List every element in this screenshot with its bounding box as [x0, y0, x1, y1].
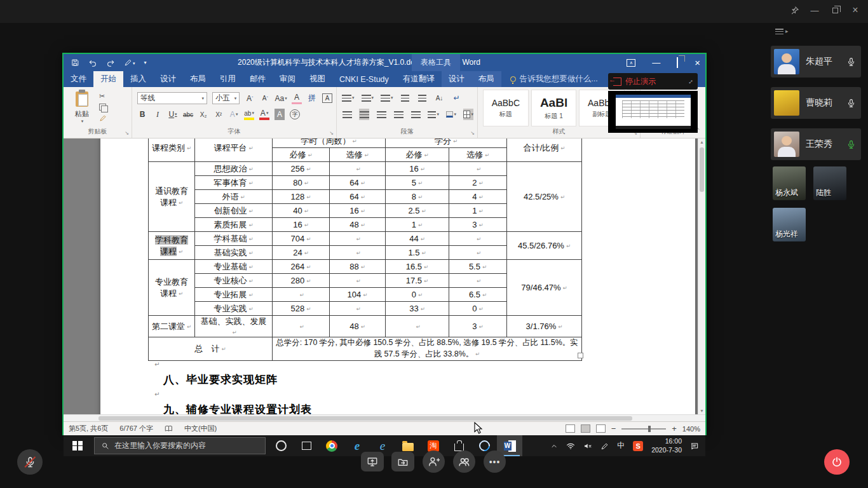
end-meeting-button[interactable] — [824, 449, 850, 475]
table-cell[interactable]: 2.5↵ — [386, 204, 449, 218]
restore-icon[interactable] — [830, 5, 840, 15]
page-indicator[interactable]: 第5页, 共6页 — [69, 424, 108, 433]
increase-indent-icon[interactable] — [417, 92, 428, 104]
bullets-icon[interactable]: ▾ — [342, 92, 355, 104]
ime-indicator[interactable]: 中 — [617, 440, 625, 451]
mic-icon[interactable] — [846, 139, 856, 150]
share-preview-thumbnail[interactable] — [608, 91, 698, 133]
table-cell[interactable]: 264↵ — [273, 260, 330, 274]
table-cell[interactable]: ↵ — [273, 288, 330, 302]
table-cell[interactable]: 33↵ — [386, 302, 449, 316]
table-cell[interactable]: 64↵ — [330, 176, 386, 190]
ribbon-tab-7[interactable]: 审阅 — [273, 71, 302, 87]
table-cell[interactable]: 专业基础↵ — [195, 260, 273, 274]
numbering-icon[interactable]: ▾ — [362, 92, 374, 104]
table-cell[interactable]: 3/1.76%↵ — [507, 316, 582, 337]
format-painter-icon[interactable] — [99, 114, 107, 122]
table-cell[interactable]: 总 计↵ — [149, 337, 273, 361]
ribbon-tab-4[interactable]: 布局 — [183, 71, 213, 87]
table-cell[interactable]: 3↵ — [449, 218, 507, 232]
network-icon[interactable] — [566, 441, 575, 451]
table-cell[interactable]: 1↵ — [386, 218, 449, 232]
meeting-titlebar[interactable] — [0, 0, 868, 23]
document-canvas[interactable]: 课程类别↵课程平台↵学时（周数）↵学分↵合计/比例↵必修↵选修↵必修↵选修↵通识… — [64, 139, 698, 414]
copy-icon[interactable] — [99, 104, 106, 111]
align-left-icon[interactable] — [342, 109, 352, 120]
ribbon-tab-9[interactable]: CNKI E-Study — [332, 71, 396, 87]
horizontal-scrollbar[interactable] — [64, 414, 705, 421]
justify-icon[interactable] — [393, 109, 403, 120]
ribbon-tab-0[interactable]: 文件 — [64, 71, 93, 87]
table-cell[interactable]: 48↵ — [330, 316, 386, 337]
table-resize-handle[interactable] — [578, 353, 583, 358]
shading-icon[interactable]: ▾ — [446, 109, 456, 120]
superscript-button[interactable]: X² — [214, 109, 224, 120]
language-indicator[interactable]: 中文(中国) — [184, 424, 217, 433]
table-cell[interactable]: 16↵ — [386, 162, 449, 176]
borders-icon[interactable]: ▾ — [463, 109, 473, 120]
undo-icon[interactable] — [88, 58, 97, 67]
vertical-scrollbar[interactable]: ▲ ▼ — [698, 139, 705, 414]
align-center-icon[interactable] — [359, 109, 369, 120]
font-size-combo[interactable]: 小五▾ — [212, 92, 240, 104]
vertical-scrollbar-thumb[interactable] — [700, 147, 704, 192]
table-cell[interactable]: 课程类别↵ — [149, 139, 195, 162]
table-cell[interactable]: 16↵ — [330, 204, 386, 218]
table-cell[interactable]: 通识教育课程↵ — [149, 162, 195, 232]
table-cell[interactable]: 40↵ — [273, 204, 330, 218]
pen-settings-icon[interactable] — [600, 441, 609, 450]
table-cell[interactable]: 0↵ — [386, 288, 449, 302]
ribbon-tab-3[interactable]: 设计 — [153, 71, 183, 87]
document-heading-1[interactable]: 九、辅修专业课程设置计划表 — [163, 402, 695, 414]
table-cell[interactable]: 6.5↵ — [449, 288, 507, 302]
pin-icon[interactable] — [789, 5, 799, 15]
ribbon-display-options-icon[interactable]: ∧ — [627, 59, 635, 67]
table-cell[interactable]: 5.5↵ — [449, 260, 507, 274]
table-cell[interactable]: 选修↵ — [330, 148, 386, 162]
invite-button[interactable] — [423, 451, 445, 473]
table-cell[interactable]: 思想政治↵ — [195, 162, 273, 176]
table-cell[interactable]: ↵ — [386, 316, 449, 337]
ribbon-tab-8[interactable]: 视图 — [302, 71, 332, 87]
qat-customize-icon[interactable]: ▾ — [144, 60, 147, 65]
chrome-icon[interactable] — [319, 435, 344, 456]
distribute-icon[interactable] — [410, 109, 421, 120]
table-cell[interactable]: ↵ — [449, 246, 507, 260]
table-cell[interactable]: 基础实践↵ — [195, 246, 273, 260]
shrink-font-button[interactable]: Aˇ — [260, 93, 270, 104]
ribbon-tab-2[interactable]: 插入 — [123, 71, 153, 87]
read-mode-icon[interactable] — [566, 424, 575, 433]
table-cell[interactable]: 外语↵ — [195, 190, 273, 204]
proofing-icon[interactable] — [165, 424, 173, 433]
table-cell[interactable]: 必修↵ — [273, 148, 330, 162]
table-cell[interactable]: 280↵ — [273, 274, 330, 288]
table-cell[interactable]: 学科基础↵ — [195, 232, 273, 246]
table-cell[interactable]: 45.5/26.76%↵ — [507, 232, 582, 260]
expand-icon[interactable]: ↕ — [687, 78, 695, 85]
table-cell[interactable]: 1.5↵ — [386, 246, 449, 260]
word-count[interactable]: 6/767 个字 — [119, 424, 153, 433]
paste-button[interactable]: 粘贴▾ — [69, 92, 95, 131]
italic-button[interactable]: I — [153, 109, 163, 120]
participants-button[interactable] — [453, 451, 475, 473]
video-tile[interactable]: 杨光祥 — [773, 208, 806, 241]
table-cell[interactable]: 第二课堂↵ — [149, 316, 195, 337]
table-cell[interactable]: 学科教育课程↵ — [149, 232, 195, 260]
zoom-level[interactable]: 140% — [682, 425, 700, 433]
table-cell[interactable]: 88↵ — [330, 260, 386, 274]
zoom-slider-thumb[interactable] — [648, 426, 651, 432]
paragraph-dialog-launcher[interactable]: ↘ — [470, 130, 475, 136]
table-cell[interactable]: 1↵ — [449, 204, 507, 218]
table-cell[interactable]: 24↵ — [273, 246, 330, 260]
table-cell[interactable]: 军事体育↵ — [195, 176, 273, 190]
table-cell[interactable]: ↵ — [330, 274, 386, 288]
table-cell[interactable]: 必修↵ — [386, 148, 449, 162]
tell-me-box[interactable]: 告诉我您想要做什么... — [510, 71, 598, 87]
taskbar-search-input[interactable]: 在这里输入你要搜索的内容 — [94, 437, 266, 454]
ribbon-tab-5[interactable]: 引用 — [213, 71, 243, 87]
clear-formatting-button[interactable]: A — [292, 93, 302, 104]
table-cell[interactable]: 17.5↵ — [386, 274, 449, 288]
align-right-icon[interactable] — [376, 109, 386, 120]
close-icon[interactable]: × — [850, 5, 860, 15]
hidden-icons-chevron[interactable] — [550, 442, 558, 451]
